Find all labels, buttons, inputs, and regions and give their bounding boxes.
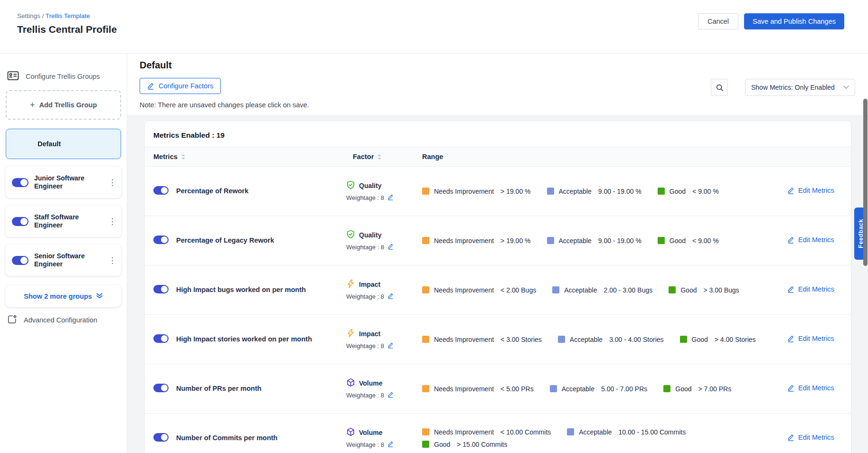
vertical-scrollbar-thumb[interactable] [863,99,868,266]
group-name: Staff Software Engineer [34,213,103,229]
range-item: Good< 9.00 % [658,188,719,195]
advanced-configuration-label: Advanced Configuration [24,316,97,324]
group-enabled-toggle[interactable] [12,256,28,265]
range-color-swatch [422,237,429,244]
group-enabled-toggle[interactable] [12,178,28,187]
range-value: 5.00 - 7.00 PRs [601,385,647,393]
edit-metrics-link[interactable]: Edit Metrics [787,236,834,244]
edit-weightage-icon[interactable] [387,342,394,350]
edit-weightage-icon[interactable] [387,441,394,449]
configure-trellis-groups-header: Configure Trellis Groups [6,71,121,82]
edit-pencil-icon [787,434,794,441]
weightage-label: Weightage : 8 [346,441,384,448]
range-item: Needs Improvement> 19.00 % [422,188,531,195]
metrics-filter-select[interactable]: Show Metrics: Only Enabled [745,79,855,96]
range-label: Needs Improvement [434,428,494,436]
edit-metrics-link[interactable]: Edit Metrics [787,434,834,441]
range-label: Good [434,441,450,448]
range-item: Good> 7.00 PRs [663,385,731,393]
edit-metrics-link[interactable]: Edit Metrics [787,187,834,194]
metric-enabled-toggle[interactable] [153,236,169,244]
quality-shield-icon [346,230,355,241]
show-more-groups-button[interactable]: Show 2 more groups [6,285,121,307]
range-cell: Needs Improvement< 5.00 PRsAcceptable5.0… [422,385,781,393]
group-list: Junior Software Engineer ⋮ Staff Softwar… [6,167,121,276]
metric-enabled-toggle[interactable] [153,186,169,195]
metric-enabled-toggle[interactable] [153,433,169,442]
edit-metrics-link-label: Edit Metrics [798,236,834,244]
edit-weightage-icon[interactable] [387,293,394,301]
range-item: Acceptable9.00 - 19.00 % [547,237,642,245]
metric-name: High Impact stories worked on per month [176,335,312,343]
range-label: Acceptable [562,385,594,393]
range-value: > 19.00 % [500,188,530,195]
chevron-down-icon [843,85,849,89]
range-label: Needs Improvement [434,188,494,195]
sort-metrics-icon[interactable] [181,154,186,160]
table-row: Percentage of Rework Quality Weightage :… [145,167,851,216]
metric-enabled-toggle[interactable] [153,334,169,343]
edit-weightage-icon[interactable] [387,243,394,252]
edit-metrics-link[interactable]: Edit Metrics [787,384,834,392]
volume-cube-icon [346,378,355,389]
range-color-swatch [547,188,554,195]
range-value: > 19.00 % [500,237,530,245]
edit-weightage-icon[interactable] [387,194,394,202]
sidebar-item-advanced-configuration[interactable]: Advanced Configuration [6,314,121,326]
range-value: < 9.00 % [692,188,719,195]
range-item: Needs Improvement> 19.00 % [422,237,531,245]
column-header-range: Range [422,153,781,160]
trellis-group-card[interactable]: Staff Software Engineer ⋮ [6,206,121,237]
metrics-filter-value: Show Metrics: Only Enabled [751,84,843,91]
metric-enabled-toggle[interactable] [153,384,169,392]
edit-weightage-icon[interactable] [387,391,394,400]
range-cell: Needs Improvement< 3.00 StoriesAcceptabl… [422,336,781,343]
metrics-card: Metrics Enabled : 19 Metrics Factor [144,121,851,453]
sort-factor-icon[interactable] [377,154,382,160]
trellis-group-card[interactable]: Senior Software Engineer ⋮ [6,245,121,276]
search-icon [716,84,724,92]
table-row: High Impact stories worked on per month … [145,315,851,364]
group-enabled-toggle[interactable] [12,217,28,226]
range-item: Acceptable5.00 - 7.00 PRs [550,385,648,393]
range-label: Acceptable [559,188,592,195]
group-name: Junior Software Engineer [34,174,103,190]
sidebar-item-default-group[interactable]: Default [6,129,121,159]
metric-name: Percentage of Legacy Rework [176,236,274,244]
range-value: < 5.00 PRs [500,385,534,393]
column-header-metrics: Metrics [153,153,178,160]
add-trellis-group-button[interactable]: + Add Trellis Group [6,90,121,120]
edit-metrics-link[interactable]: Edit Metrics [787,285,834,293]
breadcrumb-settings[interactable]: Settings [17,12,40,19]
weightage-label: Weightage : 8 [346,392,384,399]
breadcrumb-trellis-template[interactable]: Trellis Template [46,12,90,19]
show-more-groups-label: Show 2 more groups [24,293,92,300]
factor-name: Quality [359,182,381,189]
configure-factors-button[interactable]: Configure Factors [140,78,221,94]
weightage-label: Weightage : 8 [346,342,384,349]
table-row: Number of PRs per month Volume Weightage… [145,364,851,414]
range-color-swatch [422,385,429,392]
kebab-menu-icon[interactable]: ⋮ [108,255,115,265]
edit-metrics-link[interactable]: Edit Metrics [787,335,834,342]
cancel-button[interactable]: Cancel [698,13,738,29]
search-button[interactable] [711,79,728,96]
impact-lightning-icon [346,329,355,340]
save-and-publish-button[interactable]: Save and Publish Changes [744,13,844,29]
plus-icon: + [30,100,35,110]
range-value: < 3.00 Stories [500,336,542,343]
range-value: 9.00 - 19.00 % [598,237,642,245]
kebab-menu-icon[interactable]: ⋮ [108,217,115,226]
range-color-swatch [422,336,429,343]
trellis-group-card[interactable]: Junior Software Engineer ⋮ [6,167,121,198]
edit-metrics-link-label: Edit Metrics [798,187,834,194]
metric-enabled-toggle[interactable] [153,285,169,293]
range-cell: Needs Improvement> 19.00 %Acceptable9.00… [422,237,781,245]
range-cell: Needs Improvement> 19.00 %Acceptable9.00… [422,188,781,195]
kebab-menu-icon[interactable]: ⋮ [108,178,115,188]
edit-pencil-icon [787,187,794,194]
edit-metrics-link-label: Edit Metrics [798,285,834,293]
range-cell: Needs Improvement< 2.00 BugsAcceptable2.… [422,286,781,294]
range-item: Needs Improvement< 3.00 Stories [422,336,542,343]
range-item: Acceptable3.00 - 4.00 Stories [558,336,664,343]
